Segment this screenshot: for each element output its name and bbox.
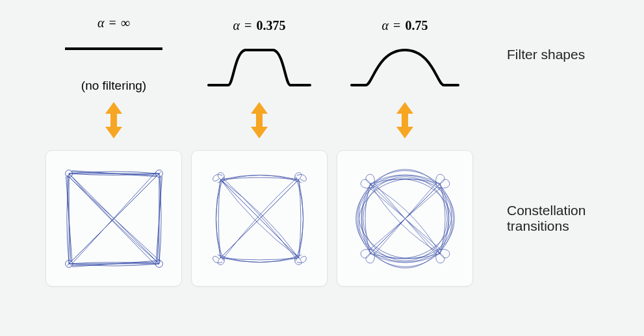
constellation-rounded xyxy=(200,159,320,279)
svg-marker-1 xyxy=(105,102,122,114)
double-arrow-icon xyxy=(394,102,416,138)
equals-sym: = xyxy=(109,16,116,30)
alpha-value: ∞ xyxy=(121,16,130,30)
col-2-header: α = 0.375 xyxy=(191,18,328,90)
constellation-panel-3 xyxy=(337,150,473,287)
constellation-panel-2 xyxy=(191,150,328,287)
constellation-circular xyxy=(345,159,465,279)
alpha-label-1: α = ∞ xyxy=(45,16,182,31)
svg-rect-2 xyxy=(110,112,117,128)
double-arrow-icon xyxy=(248,102,270,138)
arrow-1 xyxy=(45,93,182,150)
arrow-2 xyxy=(191,93,328,150)
svg-marker-7 xyxy=(396,102,413,114)
constellation-panel-1 xyxy=(45,150,182,287)
label-constellations: Constellation transitions xyxy=(482,203,636,234)
no-filtering-label: (no filtering) xyxy=(45,79,182,93)
equals-sym: = xyxy=(393,18,400,32)
svg-rect-8 xyxy=(402,112,408,128)
filter-shape-round xyxy=(346,38,463,90)
equals-sym: = xyxy=(244,18,251,32)
diagram-grid: α = ∞ (no filtering) α = 0.375 α = 0.75 … xyxy=(0,0,644,298)
col-1-header: α = ∞ (no filtering) xyxy=(45,16,182,93)
alpha-sym: α xyxy=(97,16,105,30)
svg-marker-3 xyxy=(105,127,122,138)
svg-marker-9 xyxy=(396,127,413,138)
double-arrow-icon xyxy=(103,102,125,138)
alpha-label-2: α = 0.375 xyxy=(191,18,328,33)
svg-marker-4 xyxy=(251,102,268,114)
svg-rect-5 xyxy=(256,112,263,128)
constellation-square xyxy=(54,159,174,279)
arrow-3 xyxy=(337,93,473,150)
label-filter-shapes: Filter shapes xyxy=(482,47,636,62)
svg-marker-6 xyxy=(251,127,268,138)
col-3-header: α = 0.75 xyxy=(337,18,473,90)
alpha-sym: α xyxy=(233,18,240,32)
filter-shape-steep xyxy=(201,38,318,90)
alpha-label-3: α = 0.75 xyxy=(337,18,473,33)
alpha-sym: α xyxy=(382,18,389,32)
alpha-value: 0.75 xyxy=(405,18,428,32)
filter-shape-flat xyxy=(55,36,172,75)
alpha-value: 0.375 xyxy=(256,18,285,32)
